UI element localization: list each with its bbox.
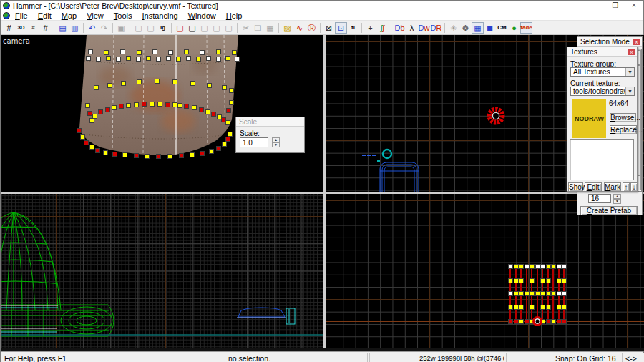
blue-cube-icon[interactable]: ◼ <box>484 22 496 34</box>
menu-help[interactable]: Help <box>221 11 248 21</box>
vertex-handle[interactable] <box>177 103 182 108</box>
vertex-handle[interactable] <box>508 278 513 283</box>
vertex-handle[interactable] <box>134 102 139 107</box>
vertex-handle[interactable] <box>514 305 519 310</box>
vertex-handle[interactable] <box>216 57 221 62</box>
vertex-handle[interactable] <box>192 105 197 110</box>
grid-toggle-icon[interactable]: # <box>3 22 15 34</box>
vertex-handle[interactable] <box>168 50 173 55</box>
vertex-handle[interactable] <box>519 278 524 283</box>
vertex-handle[interactable] <box>167 154 172 159</box>
grid-size-spinner[interactable]: ▲▼ <box>613 194 621 203</box>
selection-origin-circle[interactable] <box>532 316 542 326</box>
vertex-handle[interactable] <box>525 291 530 296</box>
vertex-handle[interactable] <box>222 85 227 90</box>
vertex-handle[interactable] <box>92 114 97 119</box>
hide-unselected-icon[interactable]: ▢ <box>186 22 198 34</box>
hide-selected-icon[interactable]: ▢ <box>174 22 186 34</box>
vertex-handle[interactable] <box>107 83 112 88</box>
vertex-handle[interactable] <box>557 305 562 310</box>
vertex-handle[interactable] <box>562 319 567 324</box>
close-icon[interactable]: x <box>633 39 640 45</box>
vertex-handle[interactable] <box>562 291 567 296</box>
feather-icon[interactable]: ʃʃ <box>376 22 389 34</box>
radius-culling-icon[interactable]: Ⓡ <box>306 22 318 34</box>
vertex-handle[interactable] <box>112 152 117 157</box>
vertex-handle[interactable] <box>105 107 110 112</box>
vertex-handle[interactable] <box>508 319 513 324</box>
vertex-handle[interactable] <box>514 278 519 283</box>
vertex-handle[interactable] <box>142 102 147 107</box>
vertex-handle[interactable] <box>226 108 231 113</box>
up-arrow-button[interactable]: ↑ <box>623 182 630 192</box>
texture-group-select[interactable]: All Textures ▼ <box>570 67 635 77</box>
vertex-handle[interactable] <box>519 319 524 324</box>
vertex-handle[interactable] <box>540 305 545 310</box>
move-handles-icon[interactable]: + <box>364 22 376 34</box>
vertex-handle[interactable] <box>94 85 99 90</box>
vertex-handle[interactable] <box>116 57 121 62</box>
vertex-handle[interactable] <box>104 50 109 55</box>
vertex-handle[interactable] <box>122 152 127 157</box>
vertex-handle[interactable] <box>530 291 535 296</box>
menu-edit[interactable]: Edit <box>33 11 57 21</box>
vertex-handle[interactable] <box>562 264 567 269</box>
vertex-handle[interactable] <box>551 264 556 269</box>
vertex-handle[interactable] <box>229 88 234 93</box>
vertex-handle[interactable] <box>77 128 82 133</box>
wireframe-toggle-icon[interactable]: Dw <box>418 22 430 34</box>
vertex-handle[interactable] <box>103 150 108 155</box>
apply-texture-icon[interactable]: ⊡ <box>335 22 347 34</box>
vertex-handle[interactable] <box>155 79 160 84</box>
vertex-handle[interactable] <box>235 57 240 62</box>
vertex-handle[interactable] <box>514 264 519 269</box>
vertex-handle[interactable] <box>557 291 562 296</box>
menu-tools[interactable]: Tools <box>109 11 137 21</box>
vertex-handle[interactable] <box>126 103 131 108</box>
vertex-handle[interactable] <box>530 305 535 310</box>
vertex-handle[interactable] <box>165 102 170 107</box>
vertex-handle[interactable] <box>551 291 556 296</box>
texture-lock-icon[interactable]: ▨ <box>281 22 293 34</box>
vertex-handle[interactable] <box>150 102 155 107</box>
vertex-handle[interactable] <box>207 83 212 88</box>
load-window-state-icon[interactable]: ▤ <box>57 22 69 34</box>
vertex-handle[interactable] <box>546 264 551 269</box>
vertex-handle[interactable] <box>225 137 230 142</box>
restore-button[interactable]: ❒ <box>606 1 625 11</box>
grid-smaller-icon[interactable]: # <box>27 22 39 34</box>
vertex-handle[interactable] <box>551 319 556 324</box>
vertex-handle[interactable] <box>546 305 551 310</box>
vertex-handle[interactable] <box>206 56 211 61</box>
texture-scale-lock-icon[interactable]: ∿ <box>293 22 306 34</box>
vertex-handle[interactable] <box>222 142 227 147</box>
vertex-handle[interactable] <box>106 56 111 61</box>
minimize-button[interactable]: — <box>587 1 606 11</box>
grid-larger-icon[interactable]: # <box>39 22 52 34</box>
scale-dialog-titlebar[interactable]: Scale <box>236 117 304 127</box>
vertex-handle[interactable] <box>146 56 151 61</box>
lambda-icon[interactable]: λ <box>406 22 418 34</box>
menu-window[interactable]: Window <box>183 11 221 21</box>
vertex-handle[interactable] <box>112 105 117 110</box>
menu-file[interactable]: File <box>10 11 33 21</box>
vertex-handle[interactable] <box>98 109 103 114</box>
vertex-handle[interactable] <box>209 149 214 154</box>
mark-button[interactable]: Mark <box>604 182 621 192</box>
vertex-handle[interactable] <box>200 151 205 156</box>
vertex-handle[interactable] <box>120 49 125 54</box>
fade-preview-icon[interactable]: ✳ <box>447 22 459 34</box>
save-window-state-icon[interactable]: ▥ <box>69 22 81 34</box>
vertical-splitter-top[interactable] <box>323 35 326 192</box>
vertex-handle[interactable] <box>145 154 150 159</box>
vertex-handle[interactable] <box>225 120 230 125</box>
vertex-handle[interactable] <box>89 118 94 123</box>
vertex-handle[interactable] <box>96 57 101 62</box>
vertex-handle[interactable] <box>519 264 524 269</box>
vertex-handle[interactable] <box>519 305 524 310</box>
render-toggle-icon[interactable]: DR <box>430 22 442 34</box>
vertex-handle[interactable] <box>190 152 195 157</box>
scale-input[interactable] <box>240 137 268 147</box>
vertex-handle[interactable] <box>199 107 204 112</box>
menu-view[interactable]: View <box>82 11 109 21</box>
